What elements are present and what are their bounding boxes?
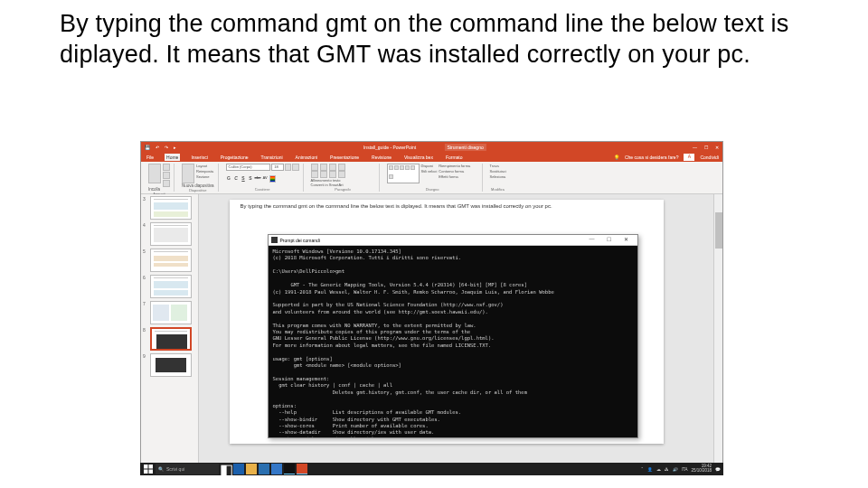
taskbar-app-mail[interactable] bbox=[271, 464, 282, 474]
vertical-scrollbar[interactable] bbox=[713, 194, 722, 465]
group-label-slides: Diapositive bbox=[182, 188, 214, 192]
find-button[interactable]: Trova bbox=[490, 164, 506, 168]
save-icon[interactable]: 💾 bbox=[145, 145, 150, 150]
thumb-number: 9 bbox=[143, 353, 148, 377]
tab-home[interactable]: Home bbox=[165, 154, 180, 161]
slide-thumb[interactable] bbox=[150, 275, 192, 298]
tab-animations[interactable]: Animazioni bbox=[294, 154, 319, 161]
indent-inc-icon[interactable] bbox=[338, 164, 345, 171]
section-button[interactable]: Sezione bbox=[196, 174, 213, 179]
scrollbar-thumb[interactable] bbox=[715, 212, 722, 249]
redo-icon[interactable]: ↷ bbox=[165, 145, 168, 150]
shadow-button[interactable]: S bbox=[248, 175, 254, 183]
ribbon-group-font: Calibri (Corpo)18 G C S S abc AV Caratte… bbox=[222, 164, 304, 192]
tab-file[interactable]: File bbox=[145, 154, 156, 161]
char-spacing-button[interactable]: AV bbox=[262, 175, 269, 183]
font-size-combo[interactable]: 18 bbox=[271, 164, 283, 171]
quick-access-toolbar[interactable]: 💾 ↶ ↷ ▸ bbox=[145, 145, 176, 150]
underline-button[interactable]: S bbox=[241, 175, 247, 183]
taskbar-app-powerpoint[interactable] bbox=[297, 464, 307, 474]
tell-me[interactable]: Che cosa si desidera fare? bbox=[625, 155, 678, 160]
slide-thumb[interactable] bbox=[150, 353, 192, 377]
task-view-icon[interactable]: ◧ bbox=[221, 464, 231, 474]
group-label-font: Carattere bbox=[226, 187, 299, 192]
slide-thumb[interactable] bbox=[150, 249, 192, 272]
ribbon-group-clipboard: Incolla Appunti bbox=[145, 164, 175, 192]
quick-styles-button[interactable]: Stili veloci bbox=[421, 169, 438, 174]
user-badge[interactable]: A bbox=[684, 154, 694, 161]
strike-button[interactable]: abc bbox=[255, 175, 261, 183]
cmd-titlebar[interactable]: Prompt dei comandi — ☐ ✕ bbox=[269, 235, 637, 246]
group-label-paragraph: Paragrafo bbox=[311, 187, 375, 192]
cmd-close-icon[interactable]: ✕ bbox=[618, 236, 635, 244]
reset-button[interactable]: Reimposta bbox=[196, 169, 213, 174]
taskbar-app-store[interactable] bbox=[259, 464, 269, 474]
numbering-icon[interactable] bbox=[320, 164, 327, 171]
minimize-icon[interactable]: — bbox=[693, 145, 697, 150]
tray-onedrive-icon[interactable]: ☁ bbox=[656, 467, 661, 472]
cut-icon[interactable] bbox=[163, 164, 170, 171]
slide-canvas[interactable]: By typing the command gmt on the command… bbox=[230, 200, 664, 444]
align-center-icon[interactable] bbox=[320, 171, 327, 178]
columns-icon[interactable] bbox=[338, 171, 345, 178]
select-button[interactable]: Seleziona bbox=[490, 174, 506, 179]
tray-people-icon[interactable]: 👤 bbox=[647, 467, 653, 472]
tray-chevron-icon[interactable]: ˄ bbox=[641, 467, 644, 472]
paste-icon[interactable] bbox=[148, 164, 161, 183]
tray-notifications-icon[interactable]: 💬 bbox=[715, 467, 721, 472]
copy-icon[interactable] bbox=[163, 172, 170, 179]
bold-button[interactable]: G bbox=[226, 175, 232, 183]
start-button[interactable] bbox=[143, 464, 154, 474]
tab-transitions[interactable]: Transizioni bbox=[259, 154, 285, 161]
taskbar-app-terminal[interactable] bbox=[284, 464, 295, 474]
shape-effects-button[interactable]: Effetti forma bbox=[439, 174, 470, 179]
slide-edit-area[interactable]: By typing the command gmt on the command… bbox=[199, 194, 722, 465]
font-name-combo[interactable]: Calibri (Corpo) bbox=[226, 164, 271, 171]
slide-thumb[interactable] bbox=[150, 222, 192, 246]
align-right-icon[interactable] bbox=[329, 171, 336, 178]
taskbar-app-explorer[interactable] bbox=[246, 464, 257, 474]
align-left-icon[interactable] bbox=[311, 171, 318, 178]
new-slide-icon[interactable] bbox=[182, 164, 194, 183]
maximize-icon[interactable]: ☐ bbox=[704, 145, 708, 150]
tray-volume-icon[interactable]: 🔊 bbox=[673, 467, 678, 472]
slide-thumb[interactable] bbox=[150, 196, 192, 220]
layout-button[interactable]: Layout bbox=[196, 164, 213, 168]
taskbar-clock[interactable]: 19:4225/10/2018 bbox=[691, 465, 712, 473]
tray-language[interactable]: ITA bbox=[682, 467, 688, 472]
arrange-button[interactable]: Disponi bbox=[421, 164, 438, 168]
indent-dec-icon[interactable] bbox=[329, 164, 336, 171]
taskbar-tray[interactable]: ˄ 👤 ☁ 🖧 🔊 ITA 19:4225/10/2018 💬 bbox=[641, 465, 721, 473]
start-slideshow-icon[interactable]: ▸ bbox=[174, 145, 176, 150]
shrink-font-icon[interactable] bbox=[292, 164, 299, 171]
tab-insert[interactable]: Inserisci bbox=[189, 154, 209, 161]
tab-review[interactable]: Revisione bbox=[370, 154, 393, 161]
tab-format[interactable]: Formato bbox=[444, 154, 465, 161]
slide-thumb-active[interactable] bbox=[150, 327, 192, 351]
undo-icon[interactable]: ↶ bbox=[156, 145, 159, 150]
slide-thumbnails-panel[interactable]: 3 4 5 6 7 8 9 bbox=[141, 194, 199, 465]
tab-design[interactable]: Progettazione bbox=[219, 154, 250, 161]
shape-outline-button[interactable]: Contorno forma bbox=[439, 169, 470, 174]
cmd-maximize-icon[interactable]: ☐ bbox=[601, 236, 618, 244]
tab-view[interactable]: Visualizza bex bbox=[402, 154, 435, 161]
share-button[interactable]: Condividi bbox=[700, 155, 719, 160]
shapes-gallery[interactable] bbox=[387, 164, 420, 183]
tray-network-icon[interactable]: 🖧 bbox=[665, 467, 669, 472]
bullets-icon[interactable] bbox=[311, 164, 318, 171]
close-icon[interactable]: ✕ bbox=[715, 145, 719, 150]
tell-me-icon[interactable]: 💡 bbox=[614, 155, 619, 160]
slide-thumb[interactable] bbox=[150, 301, 192, 324]
font-color-icon[interactable] bbox=[269, 175, 276, 183]
taskbar-app-edge[interactable] bbox=[233, 464, 244, 474]
grow-font-icon[interactable] bbox=[285, 164, 292, 171]
windows-taskbar[interactable]: 🔍Scrivi qui ◧ ˄ 👤 ☁ 🖧 🔊 ITA 19:4225/10/2… bbox=[140, 463, 723, 475]
replace-button[interactable]: Sostituisci bbox=[490, 169, 506, 174]
taskbar-search[interactable]: 🔍Scrivi qui bbox=[156, 464, 219, 474]
format-painter-icon[interactable] bbox=[163, 180, 170, 187]
tab-slideshow[interactable]: Presentazione bbox=[328, 154, 361, 161]
shape-fill-button[interactable]: Riempimento forma bbox=[439, 164, 470, 168]
ribbon: Incolla Appunti LayoutReimpostaSezione N… bbox=[141, 162, 722, 194]
italic-button[interactable]: C bbox=[233, 175, 240, 183]
cmd-minimize-icon[interactable]: — bbox=[584, 236, 600, 244]
